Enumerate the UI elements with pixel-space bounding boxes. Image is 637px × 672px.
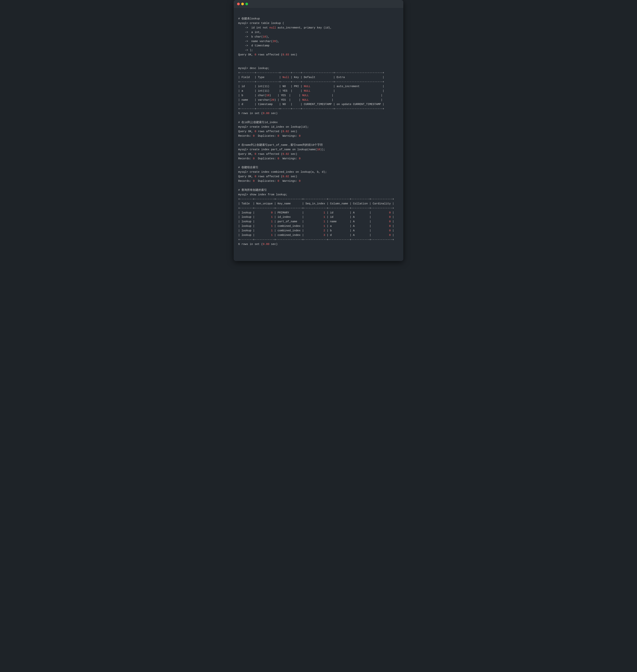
idx-seq-3: 1 [323,220,325,223]
s4-warn: 0 [299,157,301,160]
s5-time: 0.02 [283,175,289,178]
section1-cmd: mysql> create table lookup ( [238,22,284,25]
s3-time: 0.02 [283,130,289,133]
terminal-text: # 创建表lookup mysql> create table lookup (… [238,17,399,247]
desc-time: 0.00 [263,112,270,115]
null-header: Null [283,76,289,79]
s5-rows: 0 [255,175,256,178]
idx-nu-3: 1 [271,220,273,223]
s3-dup: 0 [278,135,279,138]
s4-namesize: 10 [317,148,320,151]
s5-dup: 0 [278,179,279,182]
name-varchar-size: 20 [271,99,274,102]
varchar-size: 20 [273,40,276,43]
section6-comment: # 查询所有创建的索引 [238,189,267,192]
section6-cmd: mysql> show index from lookup; [238,193,287,196]
idx-nu-4: 1 [271,225,273,228]
desc-border-mid: +---------+--------------+------+-----+-… [238,80,384,83]
char-size: 10 [263,35,266,38]
idx-seq-2: 1 [323,215,325,218]
s4-dup: 0 [278,157,279,160]
idx-seq-4: 1 [323,225,325,228]
s5-rec: 0 [253,179,255,182]
null-keyword: null [269,26,276,29]
section4-cmd: mysql> create index part_of_name on look… [238,148,325,151]
s3-rows: 0 [255,130,256,133]
section4-comment: # 在name列上创建索引part_of_name，索引name列的前10个字符 [238,143,323,146]
b-char-size: 10 [266,94,269,97]
idx-time: 0.00 [263,243,270,246]
idx-card-5: 0 [389,229,391,232]
terminal-content: # 创建表lookup mysql> create table lookup (… [234,8,403,261]
idx-seq-1: 1 [323,211,325,214]
idx-border-mid: +--------+------------+----------------+… [238,207,394,210]
idx-seq-6: 3 [323,234,325,237]
section5-comment: # 创建组合索引 [238,166,258,169]
idx-card-1: 0 [389,211,391,214]
idx-nu-6: 1 [271,234,273,237]
id-default: NULL [304,85,310,88]
name-default: NULL [302,99,309,102]
section3-comment: # 在id列上创建索引id_index [238,121,278,124]
s4-time: 0.02 [283,153,289,156]
idx-nu-1: 0 [271,211,273,214]
idx-card-6: 0 [389,234,391,237]
s4-rows: 0 [255,153,256,156]
s3-warn: 0 [299,135,301,138]
idx-card-3: 0 [389,220,391,223]
section3-cmd: mysql> create index id_index on lookup(i… [238,125,309,128]
idx-seq-5: 2 [323,229,325,232]
desc-border-bot: +---------+--------------+------+-----+-… [238,107,384,110]
idx-card-2: 0 [389,215,391,218]
idx-border-bot: +--------+------------+----------------+… [238,238,394,241]
section1-comment: # 创建表lookup [238,17,260,20]
titlebar [234,0,403,8]
idx-card-4: 0 [389,225,391,228]
section5-cmd: mysql> create index combined_index on lo… [238,171,327,174]
s4-rec: 0 [253,157,255,160]
s3-rec: 0 [253,135,255,138]
desc-border-top: +---------+--------------+------+-----+-… [238,71,384,74]
close-dot[interactable] [237,3,240,5]
b-default: NULL [302,94,309,97]
maximize-dot[interactable] [245,3,248,5]
idx-nu-2: 1 [271,215,273,218]
s1-time: 0.03 [283,53,289,56]
section2-cmd: mysql> desc lookup; [238,67,269,70]
s5-warn: 0 [299,179,301,182]
idx-border-top: +--------+------------+----------------+… [238,198,394,201]
terminal-window: # 创建表lookup mysql> create table lookup (… [234,0,403,261]
s1-rows: 0 [255,53,256,56]
minimize-dot[interactable] [241,3,244,5]
a-default: NULL [304,89,310,92]
idx-nu-5: 1 [271,229,273,232]
